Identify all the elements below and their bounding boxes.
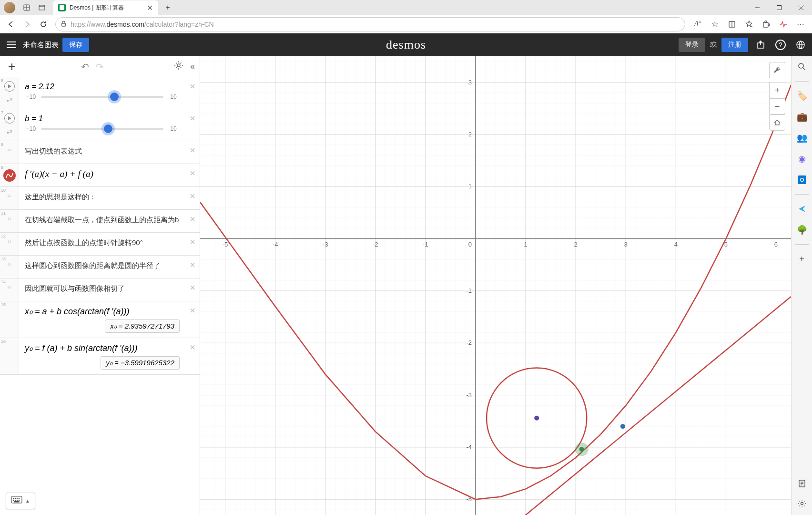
- extensions-icon[interactable]: [758, 16, 775, 33]
- expression-text[interactable]: f ′(a)(x − a) + f (a): [19, 164, 185, 186]
- read-aloud-icon[interactable]: A»: [689, 16, 706, 33]
- signup-button[interactable]: 注册: [721, 38, 748, 52]
- url-input[interactable]: https://www.desmos.com/calculator?lang=z…: [55, 17, 685, 31]
- delete-row-icon[interactable]: ×: [185, 233, 200, 255]
- url-text: https://www.desmos.com/calculator?lang=z…: [71, 21, 214, 28]
- outlook-sidebar-icon[interactable]: O: [795, 173, 809, 186]
- new-tab-button[interactable]: +: [161, 1, 174, 14]
- slider-min[interactable]: −10: [25, 125, 37, 132]
- settings-icon[interactable]: [174, 61, 183, 72]
- send-sidebar-icon[interactable]: [795, 202, 809, 216]
- note-sidebar-icon[interactable]: [795, 477, 809, 490]
- svg-text:2: 2: [574, 241, 578, 248]
- graph-area[interactable]: -5-4-3-2-1123456-5-4-3-2-11230 + −: [200, 56, 791, 515]
- expression-row[interactable]: 13 “ 这样圆心到函数图像的距离就是圆的半径了 ×: [0, 256, 200, 278]
- shopping-sidebar-icon[interactable]: 🏷️: [795, 89, 809, 103]
- redo-button[interactable]: ↷: [96, 61, 104, 72]
- menu-button[interactable]: [4, 37, 19, 52]
- desmos-logo: desmos: [386, 38, 426, 52]
- expression-row[interactable]: 16 y₀ = f (a) + b sin(arctan(f ′(a))) y₀…: [0, 338, 200, 375]
- expression-text[interactable]: a = 2.12: [25, 82, 180, 92]
- delete-row-icon[interactable]: ×: [185, 256, 200, 278]
- more-icon[interactable]: ⋯: [792, 16, 809, 33]
- zoom-in-button[interactable]: +: [769, 82, 785, 98]
- games-sidebar-icon[interactable]: 👥: [795, 131, 809, 144]
- zoom-out-button[interactable]: −: [769, 98, 785, 114]
- note-text[interactable]: 在切线右端截取一点，使点到函数上的点距离为b: [19, 210, 185, 232]
- collections-icon[interactable]: [723, 16, 741, 33]
- favorites-bar-icon[interactable]: [741, 16, 758, 33]
- expression-text[interactable]: y₀ = f (a) + b sin(arctan(f ′(a))): [25, 343, 180, 353]
- expression-row[interactable]: 6 ⇄ a = 2.12 −10 10 ×: [0, 77, 200, 109]
- address-bar: https://www.desmos.com/calculator?lang=z…: [0, 15, 812, 33]
- delete-row-icon[interactable]: ×: [185, 301, 200, 338]
- search-sidebar-icon[interactable]: [795, 60, 809, 73]
- expression-row[interactable]: 7 ⇄ b = 1 −10 10 ×: [0, 109, 200, 141]
- expression-row[interactable]: 10 “ 这里的思想是这样的： ×: [0, 187, 200, 210]
- save-button[interactable]: 保存: [62, 38, 89, 52]
- expression-row[interactable]: 11 “ 在切线右端截取一点，使点到函数上的点距离为b ×: [0, 210, 200, 233]
- expression-text[interactable]: b = 1: [25, 114, 180, 124]
- close-window-button[interactable]: [790, 0, 812, 15]
- keyboard-toggle[interactable]: ▲: [6, 493, 35, 509]
- graph-canvas[interactable]: -5-4-3-2-1123456-5-4-3-2-11230: [200, 56, 791, 515]
- slider[interactable]: [41, 96, 163, 98]
- slider-min[interactable]: −10: [25, 93, 37, 100]
- tree-sidebar-icon[interactable]: 🌳: [795, 223, 809, 237]
- slider-max[interactable]: 10: [167, 93, 180, 100]
- tab-desmos[interactable]: Desmos | 图形计算器 ✕: [53, 0, 158, 15]
- delete-row-icon[interactable]: ×: [185, 187, 200, 209]
- expression-row[interactable]: 14 “ 因此圆就可以与函数图像相切了 ×: [0, 278, 200, 301]
- add-expression-button[interactable]: +: [5, 59, 19, 74]
- home-button[interactable]: [769, 114, 785, 131]
- share-icon[interactable]: [753, 37, 768, 52]
- delete-row-icon[interactable]: ×: [185, 338, 200, 374]
- delete-row-icon[interactable]: ×: [185, 141, 200, 164]
- workspaces-icon[interactable]: [19, 0, 34, 15]
- collapse-panel-icon[interactable]: «: [190, 62, 195, 72]
- settings-sidebar-icon[interactable]: [795, 497, 809, 510]
- copilot-sidebar-icon[interactable]: ◉: [795, 152, 809, 165]
- maximize-button[interactable]: [768, 0, 790, 15]
- expression-list[interactable]: 6 ⇄ a = 2.12 −10 10 × 7: [0, 77, 200, 515]
- tools-sidebar-icon[interactable]: 💼: [795, 110, 809, 124]
- expression-row[interactable]: 15 x₀ = a + b cos(arctan(f ′(a))) x₀ = 2…: [0, 301, 200, 338]
- login-button[interactable]: 登录: [679, 38, 705, 52]
- delete-row-icon[interactable]: ×: [185, 109, 200, 141]
- expression-text[interactable]: x₀ = a + b cos(arctan(f ′(a))): [25, 306, 180, 317]
- note-text[interactable]: 因此圆就可以与函数图像相切了: [19, 278, 185, 301]
- svg-rect-3: [62, 23, 66, 26]
- graph-settings-icon[interactable]: [769, 62, 785, 78]
- back-button[interactable]: [3, 16, 19, 32]
- svg-text:1: 1: [468, 183, 472, 190]
- svg-text:3: 3: [624, 241, 628, 248]
- delete-row-icon[interactable]: ×: [185, 77, 200, 109]
- svg-text:-4: -4: [466, 443, 472, 451]
- minimize-button[interactable]: [746, 0, 768, 15]
- refresh-button[interactable]: [35, 16, 51, 32]
- language-icon[interactable]: [793, 37, 808, 52]
- window-controls: [746, 0, 812, 15]
- help-icon[interactable]: ?: [773, 37, 788, 52]
- note-text[interactable]: 这里的思想是这样的：: [19, 187, 185, 209]
- graph-title[interactable]: 未命名图表: [23, 41, 59, 50]
- delete-row-icon[interactable]: ×: [185, 164, 200, 186]
- note-text[interactable]: 这样圆心到函数图像的距离就是圆的半径了: [19, 256, 185, 278]
- tab-actions-icon[interactable]: [34, 0, 50, 15]
- slider[interactable]: [41, 128, 163, 130]
- expression-row[interactable]: 9 f ′(a)(x − a) + f (a) ×: [0, 164, 200, 187]
- undo-button[interactable]: ↶: [81, 61, 89, 72]
- expression-row[interactable]: 8 “ 写出切线的表达式 ×: [0, 141, 200, 164]
- close-tab-icon[interactable]: ✕: [146, 4, 153, 11]
- slider-max[interactable]: 10: [167, 125, 180, 132]
- favorite-icon[interactable]: ☆: [706, 16, 723, 33]
- desmos-header: 未命名图表 保存 desmos 登录 或 注册 ?: [0, 33, 812, 56]
- note-text[interactable]: 写出切线的表达式: [19, 141, 185, 164]
- delete-row-icon[interactable]: ×: [185, 210, 200, 232]
- note-text[interactable]: 然后让点按函数上的点逆时针旋转90°: [19, 233, 185, 255]
- profile-avatar[interactable]: [4, 2, 15, 13]
- performance-icon[interactable]: [775, 16, 792, 33]
- expression-row[interactable]: 12 “ 然后让点按函数上的点逆时针旋转90° ×: [0, 233, 200, 256]
- delete-row-icon[interactable]: ×: [185, 278, 200, 301]
- add-sidebar-icon[interactable]: +: [795, 252, 809, 266]
